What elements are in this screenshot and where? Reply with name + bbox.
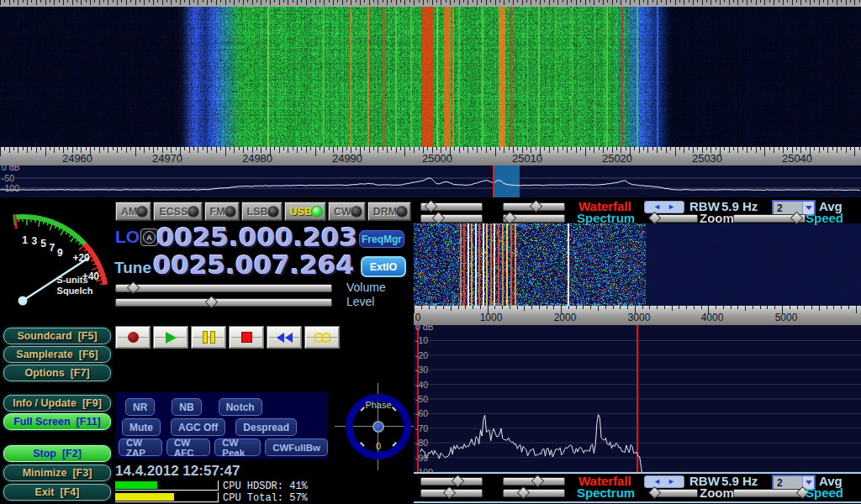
scale-tick bbox=[256, 147, 257, 150]
scale-tick bbox=[220, 0, 221, 3]
scale-tick bbox=[490, 0, 491, 3]
scale-tick bbox=[90, 0, 91, 5]
top-brightness-slider[interactable] bbox=[420, 202, 483, 211]
loop-button[interactable] bbox=[304, 326, 340, 349]
rewind-button[interactable] bbox=[267, 326, 302, 349]
bottom-spectrum-slider-1[interactable] bbox=[420, 489, 483, 497]
rf-scale-label: 24960 bbox=[62, 152, 92, 165]
dsp-button-despread[interactable]: Despread bbox=[235, 418, 297, 436]
left-button-info-update[interactable]: Info / Update[F9] bbox=[3, 395, 111, 412]
volume-slider[interactable] bbox=[115, 284, 332, 292]
top-speed-slider-thumb[interactable] bbox=[790, 212, 804, 225]
scale-tick bbox=[652, 0, 653, 3]
bottom-spectrum-slider-1-thumb[interactable] bbox=[443, 486, 457, 500]
extio-button[interactable]: ExtIO bbox=[361, 256, 406, 277]
mode-button-fm[interactable]: FM bbox=[204, 202, 240, 221]
bottom-brightness-slider-thumb[interactable] bbox=[452, 475, 465, 488]
dsp-button-cw-zap[interactable]: CW ZAP bbox=[119, 438, 162, 456]
bottom-brightness-slider[interactable] bbox=[420, 477, 483, 486]
play-button[interactable] bbox=[153, 326, 188, 349]
scale-tick bbox=[585, 147, 586, 156]
dsp-button-cw-peak[interactable]: CW Peak bbox=[214, 438, 261, 456]
left-button-full-screen[interactable]: Full Screen[F11] bbox=[3, 413, 111, 430]
bottom-spectrum-slider-2-thumb[interactable] bbox=[517, 486, 531, 500]
freqmgr-button[interactable]: FreqMgr bbox=[359, 230, 404, 248]
bottom-zoom-slider[interactable] bbox=[652, 489, 698, 497]
left-button-exit[interactable]: Exit[F4] bbox=[3, 484, 111, 501]
dsp-button-cwfullbw[interactable]: CWFullBw bbox=[265, 438, 328, 456]
dsp-button-mute[interactable]: Mute bbox=[122, 418, 161, 436]
shift-right-icon[interactable]: ► bbox=[668, 478, 675, 486]
scale-tick bbox=[837, 147, 837, 153]
scale-tick bbox=[557, 147, 558, 153]
left-button-minimize[interactable]: Minimize[F3] bbox=[3, 465, 111, 481]
shift-left-icon[interactable]: ◄ bbox=[653, 478, 661, 486]
left-button-stop[interactable]: Stop[F2] bbox=[3, 445, 111, 462]
mode-button-cw[interactable]: CW bbox=[328, 202, 366, 221]
top-speed-label: Speed bbox=[806, 211, 843, 225]
top-zoom-slider-thumb[interactable] bbox=[647, 212, 661, 225]
mode-button-lsb[interactable]: LSB bbox=[241, 202, 283, 221]
pause-button[interactable] bbox=[191, 326, 226, 349]
avg-dropdown-value: 2 bbox=[774, 477, 802, 489]
bottom-contrast-slider[interactable] bbox=[503, 477, 565, 486]
mode-label: USB bbox=[290, 206, 312, 218]
dsp-button-cw-afc[interactable]: CW AFC bbox=[166, 438, 210, 456]
dsp-button-nr[interactable]: NR bbox=[125, 398, 155, 416]
top-zoom-slider[interactable] bbox=[652, 214, 698, 223]
af-spectrum-panel[interactable]: 0 dB-10-20-30-40-50-60-70-80-90-100 bbox=[414, 325, 861, 472]
mode-label: AM bbox=[121, 206, 137, 218]
shift-right-icon[interactable]: ► bbox=[668, 203, 675, 211]
left-button-soundcard[interactable]: Soundcard[F5] bbox=[3, 328, 111, 344]
level-slider-thumb[interactable] bbox=[204, 296, 218, 309]
tune-frequency-display[interactable]: 0025.007.264 bbox=[153, 249, 354, 280]
dsp-button-agc-off[interactable]: AGC Off bbox=[171, 418, 225, 436]
volume-slider-thumb[interactable] bbox=[127, 281, 140, 295]
scale-tick bbox=[540, 0, 541, 5]
dsp-button-nb[interactable]: NB bbox=[172, 398, 201, 416]
top-spectrum-slider-1[interactable] bbox=[420, 214, 483, 223]
rf-waterfall[interactable] bbox=[0, 7, 861, 147]
bottom-contrast-slider-thumb[interactable] bbox=[531, 475, 544, 488]
af-waterfall[interactable] bbox=[414, 223, 861, 306]
af-scale-label: 2000 bbox=[554, 312, 577, 323]
scale-tick bbox=[531, 0, 531, 5]
scale-tick bbox=[239, 147, 240, 150]
top-brightness-slider-thumb[interactable] bbox=[425, 200, 438, 213]
bottom-speed-slider[interactable] bbox=[733, 489, 806, 497]
top-waterfall-shift-buttons[interactable]: ◄► bbox=[644, 201, 684, 213]
af-frequency-scale[interactable]: 010002000300040005000 bbox=[414, 306, 861, 325]
stop-button[interactable] bbox=[229, 326, 264, 349]
mode-button-drm[interactable]: DRM bbox=[367, 202, 411, 221]
scale-tick bbox=[613, 306, 614, 309]
left-button-options[interactable]: Options[F7] bbox=[3, 365, 111, 381]
scale-tick bbox=[723, 306, 724, 309]
left-button-samplerate[interactable]: Samplerate[F6] bbox=[3, 346, 111, 363]
s-meter[interactable]: 13579+20+40 S-units Squelch bbox=[2, 202, 111, 326]
rf-spectrum-panel[interactable]: 0 dB -50 -100 bbox=[0, 165, 861, 197]
mode-led-icon bbox=[137, 207, 147, 217]
shift-left-icon[interactable]: ◄ bbox=[653, 203, 661, 211]
top-spectrum-slider-1-thumb[interactable] bbox=[432, 212, 446, 225]
top-spectrum-slider-2[interactable] bbox=[503, 214, 565, 223]
top-spectrum-slider-2-thumb[interactable] bbox=[504, 212, 517, 225]
record-button[interactable] bbox=[115, 326, 151, 349]
lo-frequency-display[interactable]: 0025.000.203 bbox=[156, 222, 357, 252]
mode-button-am[interactable]: AM bbox=[115, 202, 151, 221]
top-contrast-slider-thumb[interactable] bbox=[530, 200, 543, 213]
af-db-label: -60 bbox=[415, 408, 428, 418]
scale-tick bbox=[130, 0, 131, 3]
bottom-zoom-slider-thumb[interactable] bbox=[647, 486, 661, 500]
top-contrast-slider[interactable] bbox=[503, 202, 565, 211]
bottom-waterfall-shift-buttons[interactable]: ◄► bbox=[644, 475, 684, 488]
button-label: Info / Update bbox=[13, 397, 77, 409]
bottom-spectrum-slider-2[interactable] bbox=[503, 489, 565, 497]
lo-auto-badge[interactable]: A bbox=[140, 228, 158, 246]
scale-tick bbox=[769, 0, 770, 3]
mode-button-usb[interactable]: USB bbox=[284, 202, 326, 221]
rf-frequency-scale[interactable]: 2496024970249802499025000250102502025030… bbox=[0, 147, 861, 166]
dsp-button-notch[interactable]: Notch bbox=[219, 398, 262, 416]
level-slider[interactable] bbox=[115, 298, 332, 307]
top-speed-slider[interactable] bbox=[733, 214, 806, 223]
mode-button-ecss[interactable]: ECSS bbox=[153, 202, 202, 221]
